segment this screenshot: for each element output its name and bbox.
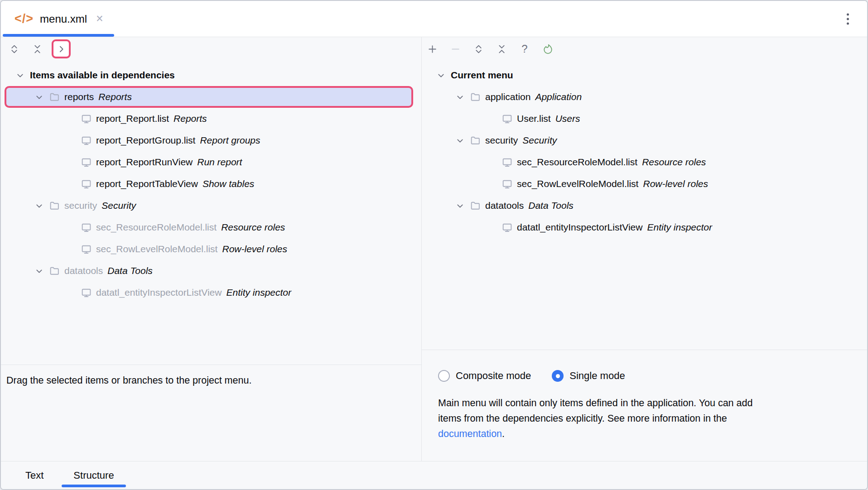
view-icon	[81, 157, 92, 168]
item-caption: Reports	[98, 91, 132, 102]
more-options-icon[interactable]	[844, 10, 852, 27]
tree-row[interactable]: securitySecurity	[422, 130, 867, 151]
add-to-menu-button[interactable]	[52, 39, 71, 58]
view-icon	[502, 222, 512, 233]
available-items-toolbar	[1, 37, 421, 61]
item-id: datatools	[64, 265, 103, 276]
tree-row[interactable]: sec_RowLevelRoleModel.listRow-level role…	[422, 173, 867, 195]
tree-header-label: Items available in dependencies	[30, 70, 175, 81]
single-mode-radio[interactable]	[552, 370, 564, 382]
description-line-2: items from the dependencies explicitly. …	[438, 413, 727, 424]
item-id: report_Report.list	[96, 113, 169, 124]
jmix-flame-button[interactable]	[539, 40, 556, 58]
collapse-all-button[interactable]	[493, 40, 510, 58]
tree-header[interactable]: Items available in dependencies	[1, 64, 421, 86]
chevron-down-icon[interactable]	[34, 200, 44, 211]
active-tab-indicator	[3, 34, 114, 37]
documentation-link[interactable]: documentation	[438, 428, 502, 439]
question-icon: ?	[521, 43, 527, 55]
mode-radio-group: Composite mode Single mode	[438, 370, 867, 382]
item-caption: Data Tools	[528, 200, 574, 211]
tree-row[interactable]: datatoolsData Tools	[1, 260, 421, 282]
description-period: .	[502, 428, 505, 439]
folder-icon	[49, 91, 60, 102]
help-button[interactable]: ?	[516, 40, 533, 58]
tree-row[interactable]: report_Report.listReports	[1, 108, 421, 130]
item-caption: Reports	[174, 113, 207, 124]
tree-row[interactable]: applicationApplication	[422, 86, 867, 108]
item-caption: Row-level roles	[643, 178, 708, 189]
menu-mode-options: Composite mode Single mode Main menu wil…	[422, 350, 867, 461]
composite-mode-radio[interactable]	[438, 370, 450, 382]
tree-row[interactable]: reportsReports	[5, 86, 413, 108]
folder-icon	[470, 200, 481, 211]
item-id: datatl_entityInspectorListView	[96, 287, 222, 298]
view-icon	[81, 178, 92, 189]
single-mode-option[interactable]: Single mode	[552, 370, 625, 382]
tree-row[interactable]: sec_RowLevelRoleModel.listRow-level role…	[1, 238, 421, 260]
collapse-all-icon	[496, 43, 507, 55]
tree-row[interactable]: datatl_entityInspectorListViewEntity ins…	[422, 216, 867, 238]
item-caption: Security	[522, 135, 557, 146]
tab-structure[interactable]: Structure	[62, 461, 125, 489]
remove-item-button[interactable]	[447, 40, 464, 58]
view-icon	[502, 113, 512, 124]
item-caption: Data Tools	[107, 265, 153, 276]
tree-row[interactable]: securitySecurity	[1, 195, 421, 216]
item-id: datatools	[485, 200, 524, 211]
editor-mode-tabs: TextStructure	[1, 461, 867, 489]
tree-row[interactable]: report_ReportGroup.listReport groups	[1, 130, 421, 151]
flame-icon	[542, 43, 554, 55]
item-id: sec_RowLevelRoleModel.list	[96, 244, 217, 255]
xml-file-icon: </>	[14, 12, 34, 26]
tree-row[interactable]: sec_ResourceRoleModel.listResource roles	[1, 216, 421, 238]
collapse-all-button[interactable]	[29, 40, 46, 58]
tree-row[interactable]: report_ReportRunViewRun report	[1, 151, 421, 173]
expand-all-icon	[473, 43, 484, 55]
tree-row[interactable]: report_ReportTableViewShow tables	[1, 173, 421, 195]
chevron-down-icon[interactable]	[435, 70, 446, 81]
tab-text[interactable]: Text	[14, 461, 55, 489]
tree-row[interactable]: datatoolsData Tools	[422, 195, 867, 216]
chevron-down-icon[interactable]	[454, 200, 465, 211]
minus-icon	[450, 43, 461, 55]
view-icon	[502, 178, 512, 189]
item-id: report_ReportRunView	[96, 157, 193, 168]
close-tab-icon[interactable]: ×	[96, 13, 103, 25]
current-menu-tree: Current menuapplicationApplicationUser.l…	[422, 61, 867, 350]
expand-all-button[interactable]	[5, 40, 23, 58]
tree-row[interactable]: datatl_entityInspectorListViewEntity ins…	[1, 282, 421, 303]
add-item-button[interactable]	[424, 40, 441, 58]
tree-header[interactable]: Current menu	[422, 64, 867, 86]
chevron-down-icon[interactable]	[454, 135, 465, 146]
tree-row[interactable]: sec_ResourceRoleModel.listResource roles	[422, 151, 867, 173]
tree-header-label: Current menu	[451, 70, 513, 81]
expand-all-button[interactable]	[470, 40, 487, 58]
view-icon	[81, 135, 92, 146]
plus-icon	[427, 43, 438, 55]
chevron-down-icon[interactable]	[454, 91, 465, 102]
item-id: report_ReportGroup.list	[96, 135, 195, 146]
item-caption: Resource roles	[221, 222, 285, 233]
view-icon	[502, 157, 512, 168]
available-items-pane: Items available in dependenciesreportsRe…	[1, 37, 422, 461]
current-menu-toolbar: ?	[422, 37, 867, 61]
view-icon	[81, 113, 92, 124]
file-tab-menu-xml[interactable]: </> menu.xml ×	[14, 1, 103, 37]
chevron-down-icon[interactable]	[34, 265, 44, 276]
item-id: sec_ResourceRoleModel.list	[96, 222, 217, 233]
composite-mode-option[interactable]: Composite mode	[438, 370, 531, 382]
current-menu-pane: ? Current menuapplicationApplicationUser…	[422, 37, 867, 461]
chevron-right-icon	[56, 43, 67, 55]
item-id: security	[64, 200, 97, 211]
structure-designer: Items available in dependenciesreportsRe…	[1, 37, 867, 461]
item-caption: Application	[535, 91, 582, 102]
tree-row[interactable]: User.listUsers	[422, 108, 867, 130]
chevron-down-icon[interactable]	[14, 70, 25, 81]
chevron-down-icon[interactable]	[34, 91, 44, 102]
collapse-all-icon	[32, 43, 43, 55]
item-caption: Entity inspector	[226, 287, 291, 298]
item-caption: Entity inspector	[647, 222, 712, 233]
item-id: User.list	[517, 113, 551, 124]
editor-window: </> menu.xml × Items available in depend…	[0, 0, 868, 490]
